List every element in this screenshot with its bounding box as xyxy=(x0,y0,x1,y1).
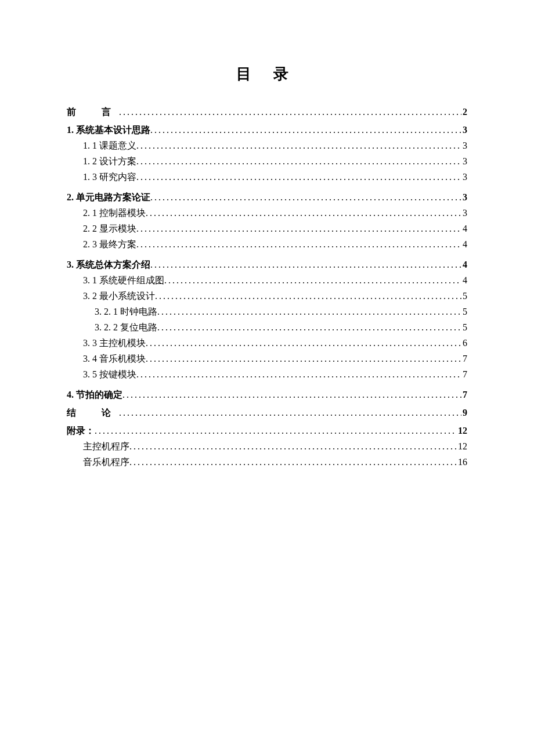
toc-entry-page: 4 xyxy=(461,275,467,286)
toc-leader-dots xyxy=(150,260,461,270)
toc-entry-label: 2. 单元电路方案论证 xyxy=(67,192,150,204)
toc-leader-dots xyxy=(122,390,461,400)
toc-leader-dots xyxy=(136,156,461,167)
toc-entry: 2. 1 控制器模块3 xyxy=(67,207,467,219)
toc-entry-page: 7 xyxy=(461,390,467,400)
toc-entry-page: 5 xyxy=(461,307,467,317)
toc-entry-label: 1. 1 课题意义 xyxy=(83,140,136,152)
toc-entry-label: 3. 系统总体方案介绍 xyxy=(67,259,150,271)
toc-leader-dots xyxy=(164,275,461,286)
toc-entry-label: 2. 3 最终方案 xyxy=(83,239,136,251)
toc-entry-label: 1. 系统基本设计思路 xyxy=(67,124,150,136)
toc-entry: 附录：12 xyxy=(67,425,467,437)
toc-leader-dots xyxy=(119,107,461,117)
toc-entry-label: 4. 节拍的确定 xyxy=(67,389,122,401)
toc-entry: 3. 2. 2 复位电路5 xyxy=(67,322,467,334)
toc-leader-dots xyxy=(136,224,461,234)
toc-entry: 3. 4 音乐机模块7 xyxy=(67,353,467,365)
toc-leader-dots xyxy=(136,172,461,182)
toc-entry-page: 4 xyxy=(461,239,467,250)
toc-entry-page: 3 xyxy=(461,192,467,203)
toc-entry: 4. 节拍的确定7 xyxy=(67,389,467,401)
toc-entry-page: 5 xyxy=(461,291,467,301)
toc-entry-page: 7 xyxy=(461,354,467,364)
toc-leader-dots xyxy=(136,239,461,250)
toc-entry-page: 3 xyxy=(461,172,467,182)
toc-entry: 2. 3 最终方案4 xyxy=(67,239,467,251)
toc-entry: 音乐机程序16 xyxy=(67,456,467,469)
toc-leader-dots xyxy=(146,354,461,364)
toc-entry-page: 2 xyxy=(461,107,467,117)
toc-entry-label: 3. 4 音乐机模块 xyxy=(83,353,146,365)
toc-entry: 3. 5 按键模块7 xyxy=(67,369,467,381)
toc-entry: 3. 1 系统硬件组成图4 xyxy=(67,275,467,287)
toc-entry: 1. 系统基本设计思路3 xyxy=(67,124,467,136)
toc-entry-page: 16 xyxy=(457,457,467,467)
toc-entry-label: 3. 2. 2 复位电路 xyxy=(95,322,157,334)
toc-entry: 前 言2 xyxy=(67,106,467,118)
toc-entry: 1. 3 研究内容3 xyxy=(67,171,467,183)
toc-entry-page: 3 xyxy=(461,141,467,151)
toc-entry-label: 音乐机程序 xyxy=(83,456,129,469)
toc-entry-page: 9 xyxy=(461,408,467,418)
toc-entry: 3. 系统总体方案介绍4 xyxy=(67,259,467,271)
toc-entry-label: 2. 2 显示模块 xyxy=(83,223,136,235)
toc-entry: 2. 2 显示模块4 xyxy=(67,223,467,235)
toc-leader-dots xyxy=(150,125,461,135)
toc-entry-page: 12 xyxy=(457,441,467,452)
toc-entry-label: 1. 3 研究内容 xyxy=(83,171,136,183)
toc-entry-page: 3 xyxy=(461,156,467,167)
toc-entry-page: 4 xyxy=(461,224,467,234)
toc-list: 前 言21. 系统基本设计思路31. 1 课题意义31. 2 设计方案31. 3… xyxy=(67,106,467,469)
toc-entry-label: 3. 5 按键模块 xyxy=(83,369,136,381)
toc-entry-label: 前 言 xyxy=(67,106,119,118)
toc-leader-dots xyxy=(129,441,457,452)
toc-leader-dots xyxy=(157,307,461,317)
toc-entry-page: 5 xyxy=(461,322,467,333)
toc-entry-page: 3 xyxy=(461,125,467,135)
toc-entry-label: 3. 3 主控机模块 xyxy=(83,337,146,350)
toc-title: 目 录 xyxy=(67,64,467,84)
toc-entry: 1. 1 课题意义3 xyxy=(67,140,467,152)
toc-entry: 主控机程序12 xyxy=(67,441,467,453)
toc-entry-label: 附录： xyxy=(67,425,95,437)
toc-entry-label: 结 论 xyxy=(67,407,119,419)
toc-entry-page: 3 xyxy=(461,208,467,218)
toc-entry-label: 3. 2 最小系统设计 xyxy=(83,290,155,303)
toc-entry: 2. 单元电路方案论证3 xyxy=(67,192,467,204)
toc-leader-dots xyxy=(146,338,461,348)
toc-leader-dots xyxy=(136,141,461,151)
toc-entry-label: 2. 1 控制器模块 xyxy=(83,207,146,219)
toc-entry-label: 主控机程序 xyxy=(83,441,129,453)
toc-entry: 3. 2. 1 时钟电路5 xyxy=(67,306,467,318)
toc-entry: 3. 2 最小系统设计5 xyxy=(67,290,467,303)
toc-entry: 1. 2 设计方案3 xyxy=(67,156,467,168)
toc-entry-label: 3. 2. 1 时钟电路 xyxy=(95,306,157,318)
toc-entry-page: 6 xyxy=(461,338,467,348)
toc-leader-dots xyxy=(136,369,461,380)
toc-entry-label: 1. 2 设计方案 xyxy=(83,156,136,168)
toc-entry-page: 7 xyxy=(461,369,467,380)
toc-leader-dots xyxy=(157,322,461,333)
toc-leader-dots xyxy=(129,457,457,467)
toc-leader-dots xyxy=(146,208,461,218)
toc-leader-dots xyxy=(119,408,461,418)
toc-leader-dots xyxy=(95,426,457,436)
toc-leader-dots xyxy=(155,291,461,301)
toc-entry-page: 12 xyxy=(457,426,467,436)
toc-entry: 3. 3 主控机模块6 xyxy=(67,337,467,350)
toc-entry-page: 4 xyxy=(461,260,467,270)
toc-entry-label: 3. 1 系统硬件组成图 xyxy=(83,275,164,287)
toc-leader-dots xyxy=(150,192,461,203)
toc-entry: 结 论9 xyxy=(67,407,467,419)
